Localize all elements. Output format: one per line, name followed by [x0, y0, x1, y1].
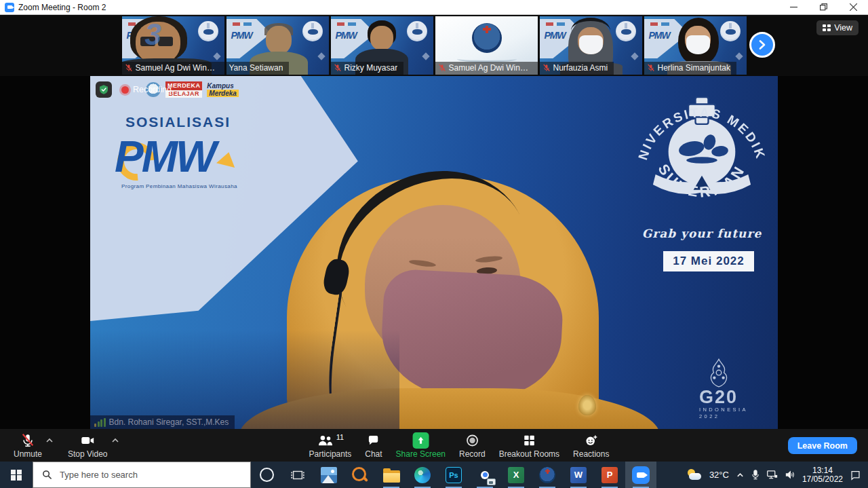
record-icon: [465, 433, 479, 448]
cortana-icon: [260, 468, 274, 482]
window-title: Zoom Meeting - Room 2: [18, 3, 106, 12]
action-center-icon[interactable]: [850, 470, 861, 481]
network-icon[interactable]: [766, 470, 778, 480]
leave-room-button[interactable]: Leave Room: [788, 437, 857, 454]
participant-name-tag: Samuel Ag Dwi Winar...: [122, 62, 224, 75]
participant-thumbnail[interactable]: PMW Herlina Simanjuntak: [644, 16, 747, 75]
restore-button[interactable]: [808, 0, 838, 14]
video-options-caret[interactable]: [111, 434, 120, 447]
audio-options-caret[interactable]: [45, 434, 54, 447]
speaker-name-tag: Bdn. Rohani Siregar, SST.,M.Kes: [90, 415, 235, 429]
photos-icon: [321, 467, 337, 483]
brooch: [578, 395, 596, 415]
reactions-button[interactable]: Reactions: [566, 429, 616, 462]
g20-text: G20: [699, 388, 774, 407]
event-title: SOSIALISASI: [125, 114, 231, 130]
participants-button[interactable]: 11 Participants: [302, 429, 359, 462]
participants-icon: [317, 434, 334, 447]
taskbar-clock[interactable]: 13:14 17/05/2022: [802, 466, 843, 484]
chat-button[interactable]: Chat: [358, 429, 389, 462]
gallery-view-icon: [823, 24, 831, 31]
mic-muted-icon: [20, 433, 35, 448]
photoshop-glyph: Ps: [446, 467, 462, 483]
close-button[interactable]: [838, 0, 868, 14]
share-screen-button[interactable]: Share Screen: [389, 429, 452, 462]
photoshop-icon[interactable]: Ps: [438, 462, 469, 488]
excel-glyph: X: [508, 467, 524, 483]
task-view-button[interactable]: [282, 462, 313, 488]
minimize-button[interactable]: [778, 0, 808, 14]
participants-strip: PMW 3 Samuel Ag Dwi Winar... PMW: [0, 15, 868, 76]
participant-name-tag: Samuel Ag Dwi Winar...: [435, 62, 538, 75]
meeting-toolbar: Unmute Stop Video: [0, 429, 868, 462]
weather-icon[interactable]: [686, 469, 703, 481]
temperature[interactable]: 32°C: [709, 470, 729, 480]
reactions-icon: [584, 434, 599, 447]
g20-logo: G20 INDONESIA 2022: [699, 358, 774, 419]
participants-label: Participants: [309, 449, 352, 459]
gunungan-ornament-icon: [707, 358, 730, 388]
participant-name-tag: Nurfauzia Asmi: [540, 62, 614, 75]
record-button[interactable]: Record: [452, 429, 492, 462]
powerpoint-glyph: P: [601, 467, 618, 483]
muted-mic-icon: [125, 64, 133, 72]
view-button[interactable]: View: [816, 20, 859, 35]
audio-level-icon: [94, 418, 106, 427]
recording-label: Recording: [133, 85, 172, 94]
magnifier-app-icon[interactable]: [344, 462, 376, 488]
participant-name-tag: Herlina Simanjuntak: [644, 62, 736, 75]
start-button[interactable]: [0, 462, 33, 488]
task-view-icon: [290, 468, 306, 483]
zoom-app-icon: [5, 3, 14, 12]
word-icon[interactable]: W: [563, 462, 594, 488]
zoom-meeting-window: Zoom Meeting - Room 2 PMW 3: [0, 0, 868, 488]
excel-icon[interactable]: X: [500, 462, 532, 488]
screen-share-overlay-icon: [487, 478, 496, 485]
magnifier-icon: [352, 467, 366, 481]
video-camera-icon: [79, 433, 96, 448]
kampus-text: Kampus: [207, 82, 239, 90]
window-titlebar: Zoom Meeting - Room 2: [0, 0, 868, 15]
search-input[interactable]: [58, 469, 210, 481]
word-glyph: W: [570, 467, 587, 483]
next-participants-page-button[interactable]: [749, 32, 775, 58]
stop-video-button[interactable]: Stop Video: [61, 429, 115, 462]
taskbar-search[interactable]: [33, 462, 251, 488]
powerpoint-icon[interactable]: P: [594, 462, 625, 488]
pmw-logo-text: PMW: [115, 132, 214, 182]
breakout-rooms-button[interactable]: Breakout Rooms: [492, 429, 566, 462]
participant-thumbnail[interactable]: PMW Yana Setiawan: [226, 16, 329, 75]
view-label: View: [834, 23, 852, 33]
participant-thumbnail[interactable]: PMW Samuel Ag Dwi Winar...: [435, 16, 538, 75]
shield-check-icon: [98, 84, 109, 95]
g20-country: INDONESIA: [699, 407, 774, 413]
main-speaker-video: MERDEKA BELAJAR Kampus Merdeka SOSIALISA…: [90, 76, 778, 429]
volume-icon[interactable]: [785, 470, 795, 480]
university-tagline: Grab your future: [633, 227, 771, 240]
tray-mic-icon[interactable]: [751, 470, 760, 480]
record-label: Record: [459, 449, 486, 459]
muted-mic-icon: [334, 64, 342, 72]
cortana-button[interactable]: [251, 462, 282, 488]
edge-browser-icon[interactable]: [407, 462, 438, 488]
reactions-label: Reactions: [573, 449, 609, 459]
encryption-shield-badge[interactable]: [96, 81, 112, 98]
zoom-taskbar-icon[interactable]: [625, 462, 656, 488]
muted-mic-icon: [647, 64, 655, 72]
share-screen-icon: [412, 432, 429, 449]
participant-thumbnail[interactable]: PMW Nurfauzia Asmi: [540, 16, 642, 75]
chrome-icon[interactable]: [469, 462, 500, 488]
file-explorer-icon[interactable]: [376, 462, 407, 488]
windows-taskbar: Ps X W P 32°C: [0, 462, 868, 488]
participant-name-tag: Rizky Muyasar: [331, 62, 404, 75]
university-app-icon[interactable]: [532, 462, 563, 488]
chat-icon: [366, 434, 381, 447]
hidden-icons-caret[interactable]: [736, 472, 745, 478]
unmute-label: Unmute: [14, 449, 42, 459]
participant-thumbnail[interactable]: PMW Rizky Muyasar: [331, 16, 433, 75]
photos-app-icon[interactable]: [313, 462, 344, 488]
participant-thumbnail[interactable]: PMW 3 Samuel Ag Dwi Winar...: [122, 16, 224, 75]
event-date-box: 17 Mei 2022: [663, 251, 754, 271]
unmute-button[interactable]: Unmute: [7, 429, 49, 462]
participant-name: Samuel Ag Dwi Winar...: [136, 63, 218, 73]
